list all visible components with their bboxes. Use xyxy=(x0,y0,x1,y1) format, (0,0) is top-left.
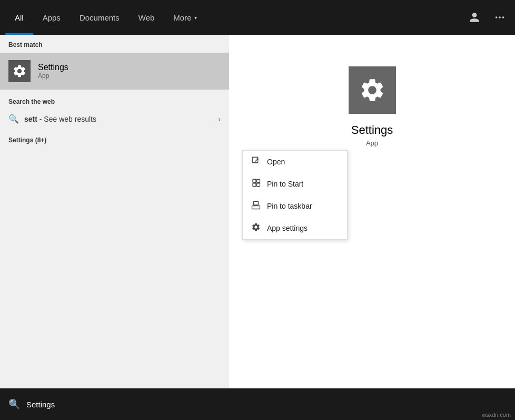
tab-web-label: Web xyxy=(138,13,155,22)
chevron-down-icon: ▾ xyxy=(194,15,197,21)
app-detail-name: Settings xyxy=(351,123,393,137)
svg-rect-4 xyxy=(253,179,256,182)
ellipsis-icon xyxy=(494,12,506,23)
gear-icon-large xyxy=(359,76,386,104)
person-button[interactable] xyxy=(464,7,484,27)
context-app-settings-label: App settings xyxy=(267,224,308,232)
settings-item-info: Settings App xyxy=(38,63,68,80)
ellipsis-button[interactable] xyxy=(490,7,510,27)
tab-documents-label: Documents xyxy=(80,13,120,22)
svg-rect-9 xyxy=(254,201,259,205)
svg-point-2 xyxy=(502,16,504,18)
pin-taskbar-icon xyxy=(251,200,261,212)
context-open[interactable]: Open xyxy=(243,151,347,173)
search-web-label: Search the web xyxy=(0,92,229,109)
pin-start-icon xyxy=(251,178,261,190)
taskbar-search-icon: 🔍 xyxy=(8,398,20,410)
settings-item-type: App xyxy=(38,72,68,80)
open-icon xyxy=(251,156,261,168)
tab-apps[interactable]: Apps xyxy=(33,0,70,35)
app-detail-type: App xyxy=(366,139,378,147)
top-nav: All Apps Documents Web More ▾ xyxy=(0,0,515,35)
settings-item-name: Settings xyxy=(38,63,68,72)
tab-apps-label: Apps xyxy=(43,13,61,22)
settings-icon-container xyxy=(8,60,31,82)
svg-rect-5 xyxy=(253,183,256,187)
tab-documents[interactable]: Documents xyxy=(70,0,129,35)
svg-rect-6 xyxy=(257,179,260,182)
tab-all-label: All xyxy=(15,13,24,22)
search-web-text: sett - See web results xyxy=(24,115,218,123)
search-query: sett xyxy=(24,115,37,123)
svg-point-0 xyxy=(496,16,498,18)
svg-point-1 xyxy=(499,16,501,18)
app-settings-icon xyxy=(251,222,261,234)
gear-icon-small xyxy=(12,64,27,79)
settings-plus-label: Settings (8+) xyxy=(0,129,229,147)
tab-more[interactable]: More ▾ xyxy=(164,0,206,35)
svg-rect-7 xyxy=(257,183,260,187)
best-match-settings[interactable]: Settings App xyxy=(0,53,229,90)
context-open-label: Open xyxy=(267,158,285,166)
context-app-settings[interactable]: App settings xyxy=(243,217,347,239)
context-pin-start[interactable]: Pin to Start xyxy=(243,173,347,195)
tab-all[interactable]: All xyxy=(5,0,33,35)
nav-tabs: All Apps Documents Web More ▾ xyxy=(5,0,464,35)
context-menu: Open Pin to Start Pin to taskbar xyxy=(242,150,348,240)
search-suffix: - See web results xyxy=(37,115,96,123)
watermark: wsxdn.com xyxy=(482,412,511,418)
taskbar: 🔍 wsxdn.com xyxy=(0,388,515,420)
svg-rect-8 xyxy=(252,206,260,209)
search-icon: 🔍 xyxy=(8,114,19,124)
nav-actions xyxy=(464,7,510,27)
tab-more-label: More xyxy=(173,13,191,22)
taskbar-search-input[interactable] xyxy=(26,400,507,409)
context-pin-start-label: Pin to Start xyxy=(267,180,303,188)
left-panel: Best match Settings App Search the web 🔍… xyxy=(0,35,229,388)
context-pin-taskbar-label: Pin to taskbar xyxy=(267,202,312,210)
context-pin-taskbar[interactable]: Pin to taskbar xyxy=(243,195,347,217)
search-web-item[interactable]: 🔍 sett - See web results › xyxy=(0,109,229,129)
arrow-right-icon: › xyxy=(218,115,221,123)
tab-web[interactable]: Web xyxy=(129,0,164,35)
best-match-label: Best match xyxy=(0,35,229,53)
person-icon xyxy=(469,12,480,23)
app-icon-large xyxy=(349,66,396,114)
